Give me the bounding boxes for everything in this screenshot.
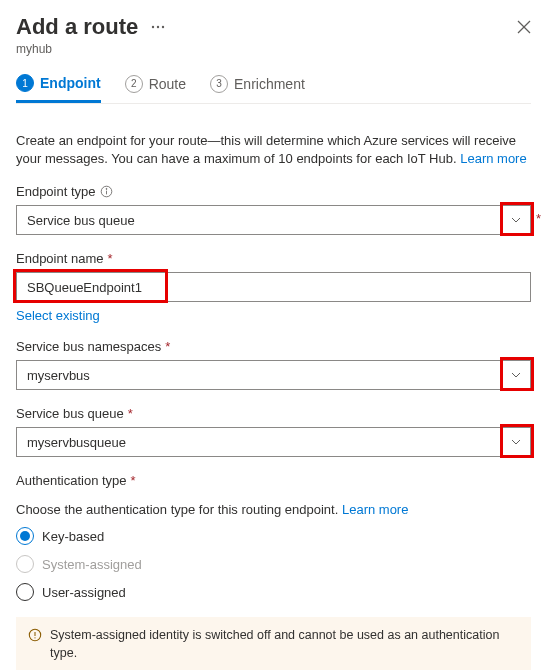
required-indicator: * [107, 251, 112, 266]
required-indicator: * [128, 406, 133, 421]
radio-icon [16, 583, 34, 601]
radio-label: User-assigned [42, 585, 126, 600]
svg-point-2 [162, 26, 164, 28]
auth-learn-more-link[interactable]: Learn more [342, 502, 408, 517]
step-label: Endpoint [40, 75, 101, 91]
queue-select[interactable]: myservbusqueue [16, 427, 531, 457]
endpoint-name-label: Endpoint name [16, 251, 103, 266]
svg-point-0 [152, 26, 154, 28]
step-label: Route [149, 76, 186, 92]
required-indicator: * [165, 339, 170, 354]
endpoint-type-select[interactable]: Service bus queue [16, 205, 531, 235]
intro-body: Create an endpoint for your route—this w… [16, 133, 516, 166]
info-banner: System-assigned identity is switched off… [16, 617, 531, 670]
radio-icon [16, 555, 34, 573]
warning-icon [28, 628, 42, 648]
endpoint-type-value: Service bus queue [27, 213, 135, 228]
svg-point-7 [106, 189, 107, 190]
queue-label: Service bus queue [16, 406, 124, 421]
intro-text: Create an endpoint for your route—this w… [16, 132, 531, 168]
close-icon[interactable] [517, 20, 531, 34]
required-indicator: * [131, 473, 136, 488]
step-number: 2 [125, 75, 143, 93]
panel-subtitle: myhub [16, 42, 531, 56]
svg-point-10 [34, 638, 35, 639]
banner-text: System-assigned identity is switched off… [50, 627, 519, 662]
radio-key-based[interactable]: Key-based [16, 527, 531, 545]
wizard-steps: 1 Endpoint 2 Route 3 Enrichment [16, 74, 531, 104]
panel-title: Add a route [16, 14, 138, 40]
step-route[interactable]: 2 Route [125, 74, 186, 103]
radio-label: Key-based [42, 529, 104, 544]
radio-system-assigned: System-assigned [16, 555, 531, 573]
radio-user-assigned[interactable]: User-assigned [16, 583, 531, 601]
step-number: 3 [210, 75, 228, 93]
radio-icon [16, 527, 34, 545]
required-indicator: * [536, 211, 541, 226]
auth-type-label: Authentication type [16, 473, 127, 488]
svg-point-1 [157, 26, 159, 28]
endpoint-name-input[interactable] [16, 272, 531, 302]
step-enrichment[interactable]: 3 Enrichment [210, 74, 305, 103]
learn-more-link[interactable]: Learn more [460, 151, 526, 166]
radio-label: System-assigned [42, 557, 142, 572]
namespaces-label: Service bus namespaces [16, 339, 161, 354]
more-icon[interactable] [150, 19, 166, 35]
endpoint-type-label: Endpoint type [16, 184, 96, 199]
auth-intro-text: Choose the authentication type for this … [16, 502, 342, 517]
step-label: Enrichment [234, 76, 305, 92]
namespaces-select[interactable]: myservbus [16, 360, 531, 390]
step-number: 1 [16, 74, 34, 92]
step-endpoint[interactable]: 1 Endpoint [16, 74, 101, 103]
queue-value: myservbusqueue [27, 435, 126, 450]
auth-radio-group: Key-based System-assigned User-assigned [16, 527, 531, 601]
info-icon[interactable] [100, 185, 113, 198]
namespaces-value: myservbus [27, 368, 90, 383]
select-existing-link[interactable]: Select existing [16, 308, 100, 323]
auth-intro: Choose the authentication type for this … [16, 502, 531, 517]
